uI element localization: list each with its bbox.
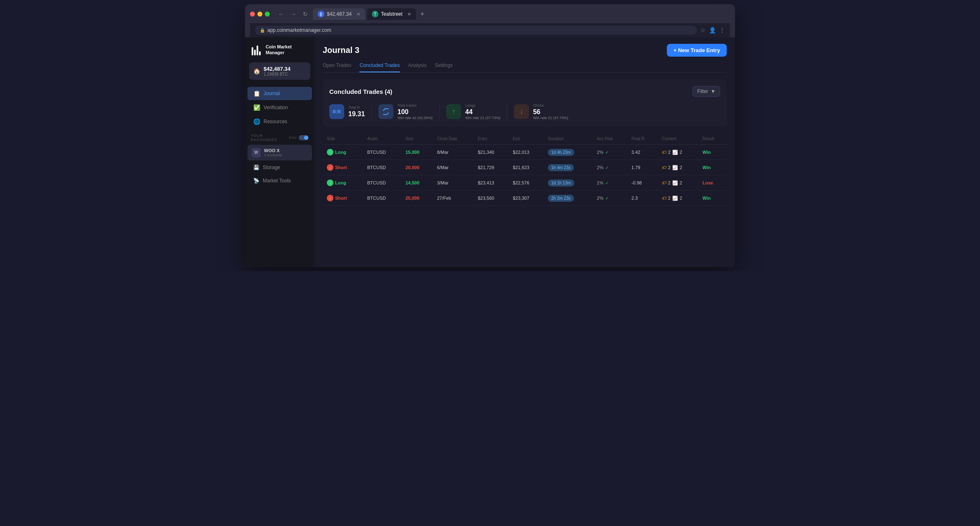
rr-icon: R:R (329, 104, 344, 119)
market-tools-label: Market Tools (263, 178, 291, 184)
star-button[interactable]: ☆ (700, 27, 706, 33)
chart-icon-3: 📈 (672, 196, 678, 201)
tab-1[interactable]: ₿ $42,487.34 ✕ (313, 8, 365, 20)
profile-button[interactable]: 👤 (709, 27, 716, 33)
minimize-window-btn[interactable] (257, 12, 262, 17)
chart-icon-0: 📈 (672, 150, 678, 155)
svg-rect-3 (259, 51, 261, 55)
side-label-0: Long (335, 150, 346, 155)
tab-2[interactable]: T Tealstreet ✕ (367, 8, 416, 20)
address-bar-row: 🔒 app.coinmarketmanager.com ☆ 👤 ⋮ (250, 23, 730, 37)
reload-button[interactable]: ↻ (301, 10, 309, 18)
longs-value: 44 (465, 108, 500, 116)
wallet-card[interactable]: 🏠 $42,487.34 1.24939 BTC (249, 62, 310, 80)
cell-exit-3: $23,307 (509, 191, 544, 206)
sidebar-label-verification: Verification (264, 105, 288, 110)
longs-winrate-label: Win rate (465, 116, 479, 120)
menu-button[interactable]: ⋮ (719, 27, 725, 33)
cell-close-date-2: 3/Mar (433, 175, 474, 191)
cell-size-3: 25,000 (401, 191, 433, 206)
cell-duration-3: 2h 2m 23s (544, 191, 592, 206)
exchange-woo-x[interactable]: W WOO X 3 accounts (247, 145, 312, 160)
chart-icon-2: 📈 (672, 180, 678, 186)
wallet-amount: $42,487.34 (264, 66, 290, 72)
shorts-icon: ↓ (514, 104, 529, 119)
exchange-name: WOO X (264, 148, 282, 153)
risk-value-0: 2% (597, 150, 604, 155)
fav-toggle[interactable]: FAV (289, 135, 309, 140)
sidebar-item-verification[interactable]: ✅ Verification (247, 101, 312, 114)
cell-result-1: Win (698, 160, 727, 175)
col-acc-risk: Acc Risk (593, 133, 628, 145)
table-row[interactable]: ↑ Long BTCUSD 15,000 8/Mar $21,340 $22,0… (323, 145, 727, 160)
cell-exit-1: $21,623 (509, 160, 544, 175)
sidebar-item-market-tools[interactable]: 📡 Market Tools (247, 175, 312, 187)
fav-switch[interactable] (299, 135, 309, 140)
content-charts-1: 2 (680, 165, 682, 170)
sidebar: Coin MarketManager 🏠 $42,487.34 1.24939 … (245, 37, 314, 267)
browser-window: ← → ↻ ₿ $42,487.34 ✕ T Tealstreet ✕ + 🔒 (245, 4, 735, 267)
cell-duration-1: 1h 4m 23s (544, 160, 592, 175)
home-icon: 🏠 (253, 68, 260, 74)
col-close-date: Close Date (433, 133, 474, 145)
cell-final-r-0: 3.42 (627, 145, 657, 160)
cell-side-2: ↑ Long (323, 175, 363, 191)
stats-grid: R:R Total R 19.31 (329, 103, 720, 120)
content-tags-1: 2 (668, 165, 671, 170)
filter-button[interactable]: Filter ▼ (692, 86, 720, 97)
side-label-1: Short (335, 165, 347, 170)
rr-label: Total R (348, 105, 365, 110)
trades-values: Total trades 100 Win rate 42 (42.00%) (397, 103, 433, 120)
cell-final-r-1: 1.79 (627, 160, 657, 175)
tabs-row: ₿ $42,487.34 ✕ T Tealstreet ✕ + (313, 8, 427, 20)
cell-size-1: 20,000 (401, 160, 433, 175)
col-exit: Exit (509, 133, 544, 145)
content-tags-3: 2 (668, 196, 671, 201)
stats-header: Concluded Trades (4) Filter ▼ (329, 86, 720, 97)
table-row[interactable]: ↑ Long BTCUSD 14,500 3/Mar $23,413 $22,5… (323, 175, 727, 191)
tag-icon-3: 🏷 (662, 196, 666, 201)
main-content: Journal 3 + New Trade Entry Open Trades … (314, 37, 735, 267)
close-window-btn[interactable] (250, 12, 255, 17)
sidebar-item-journal[interactable]: 📋 Journal (247, 87, 312, 100)
shorts-values: Shorts 56 Win rate 21 (47.73%) (533, 103, 568, 120)
cell-duration-0: 1d 4h 23m (544, 145, 592, 160)
page-header: Journal 3 + New Trade Entry (323, 44, 727, 57)
sidebar-item-storage[interactable]: 💾 Storage (247, 161, 312, 174)
shorts-value: 56 (533, 108, 568, 116)
forward-button[interactable]: → (289, 10, 298, 18)
cell-exit-0: $22,013 (509, 145, 544, 160)
tab1-close[interactable]: ✕ (357, 12, 360, 17)
cell-content-1: 🏷 2 📈 2 (658, 160, 698, 175)
content-tags-0: 2 (668, 150, 671, 155)
sidebar-item-resources[interactable]: 🌐 Resources (247, 115, 312, 128)
new-tab-button[interactable]: + (418, 8, 427, 20)
table-row[interactable]: ↓ Short BTCUSD 20,000 6/Mar $21,729 $21,… (323, 160, 727, 175)
side-dot-0: ↑ (327, 149, 333, 155)
tab-open-trades[interactable]: Open Trades (323, 62, 351, 72)
cell-asset-3: BTCUSD (363, 191, 402, 206)
back-button[interactable]: ← (276, 10, 285, 18)
tag-icon-0: 🏷 (662, 150, 666, 155)
longs-values: Longs 44 Win rate 21 (47.73%) (465, 103, 500, 120)
tab-settings[interactable]: Settings (435, 62, 452, 72)
address-bar[interactable]: 🔒 app.coinmarketmanager.com (255, 26, 697, 35)
maximize-window-btn[interactable] (265, 12, 270, 17)
lock-icon: 🔒 (260, 28, 265, 33)
tag-icon-2: 🏷 (662, 180, 666, 185)
exchange-accounts: 3 accounts (264, 153, 282, 157)
tab2-close[interactable]: ✕ (407, 12, 411, 17)
table-row[interactable]: ↓ Short BTCUSD 25,000 27/Feb $23,560 $23… (323, 191, 727, 206)
tab2-title: Tealstreet (381, 11, 402, 17)
tab-analysis[interactable]: Analysis (408, 62, 427, 72)
trades-winrate-label: Win rate (397, 116, 412, 120)
side-dot-1: ↓ (327, 164, 333, 171)
side-dot-3: ↓ (327, 195, 333, 201)
resources-icon: 🌐 (253, 118, 260, 125)
rr-value: 19.31 (348, 110, 365, 118)
filter-label: Filter (697, 88, 708, 94)
cell-entry-3: $23,560 (473, 191, 509, 206)
tab-concluded-trades[interactable]: Concluded Trades (359, 62, 400, 72)
check-icon-1: ✓ (605, 165, 609, 170)
new-trade-button[interactable]: + New Trade Entry (667, 44, 727, 57)
